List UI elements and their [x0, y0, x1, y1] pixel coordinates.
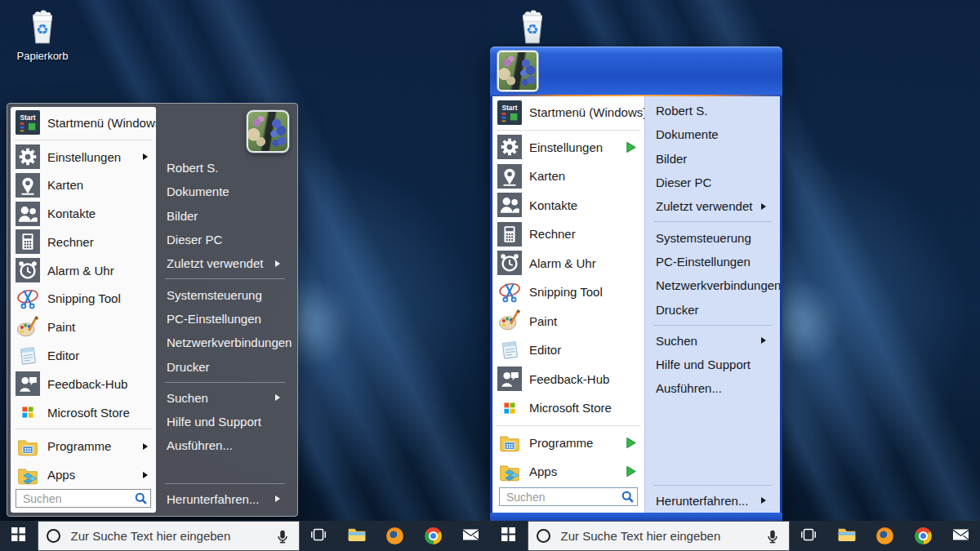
taskbar-search-box[interactable]: Zur Suche Text hier eingeben [38, 521, 300, 551]
chrome-button[interactable] [414, 521, 452, 551]
feedback-icon [497, 367, 522, 391]
menu-item-herunterfahren[interactable]: Herunterfahren... [645, 489, 780, 513]
menu-item-bilder[interactable]: Bilder [645, 147, 780, 171]
submenu-arrow-icon [143, 472, 148, 478]
chrome-button[interactable] [904, 521, 942, 551]
start-logo-icon: Start [16, 110, 40, 135]
menu-search-input[interactable] [23, 492, 131, 505]
separator [497, 130, 640, 131]
menu-item-label: Drucker [656, 303, 699, 317]
task-view-button[interactable] [300, 521, 338, 551]
menu-search-box [16, 489, 151, 508]
taskbar-search-box[interactable]: Zur Suche Text hier eingeben [528, 521, 790, 551]
menu-item-microsoft-store[interactable]: Microsoft Store [11, 398, 156, 427]
menu-item-dokumente[interactable]: Dokumente [645, 122, 780, 146]
start-menu-right-column: Robert S.DokumenteBilderDieser PCZuletzt… [156, 107, 294, 513]
menu-item-paint[interactable]: Paint [11, 313, 156, 341]
menu-item-label: Kontakte [529, 198, 577, 212]
menu-item-dieser-pc[interactable]: Dieser PC [156, 228, 294, 251]
menu-item-rechner[interactable]: Rechner [492, 220, 644, 249]
menu-item-user-name[interactable]: Robert S. [156, 156, 294, 180]
recycle-bin-label: Papierkorb [7, 50, 78, 62]
menu-item-hilfe-und-support[interactable]: Hilfe und Support [156, 410, 294, 433]
menu-item-herunterfahren[interactable]: Herunterfahren... [156, 487, 294, 511]
submenu-arrow-icon [761, 203, 766, 210]
menu-item-kontakte[interactable]: Kontakte [11, 199, 156, 228]
menu-item-karten[interactable]: Karten [492, 162, 644, 191]
menu-search-input[interactable] [506, 491, 617, 504]
menu-item-netzwerkverbindungen[interactable]: Netzwerkverbindungen [156, 331, 294, 354]
menu-item-microsoft-store[interactable]: Microsoft Store [492, 393, 644, 423]
menu-item-snipping-tool[interactable]: Snipping Tool [492, 278, 644, 307]
user-picture[interactable] [247, 110, 289, 153]
separator [15, 429, 152, 429]
menu-item-apps[interactable]: Apps [11, 460, 156, 489]
menu-item-ausfuehren[interactable]: Ausführen... [645, 376, 780, 400]
menu-item-dieser-pc[interactable]: Dieser PC [645, 171, 780, 194]
menu-item-programme[interactable]: Programme [11, 432, 156, 460]
submenu-arrow-icon [761, 337, 766, 344]
folder-apps-icon [497, 460, 522, 484]
microphone-icon[interactable] [274, 528, 291, 544]
menu-item-einstellungen[interactable]: Einstellungen [11, 143, 156, 171]
search-icon[interactable] [621, 490, 635, 504]
menu-item-alarm-uhr[interactable]: Alarm & Uhr [492, 249, 644, 278]
menu-item-hilfe-und-support[interactable]: Hilfe und Support [645, 353, 780, 376]
menu-item-startmenu-windows[interactable]: StartStartmenü (Windows) [492, 98, 644, 127]
menu-item-alarm-uhr[interactable]: Alarm & Uhr [11, 256, 156, 285]
menu-item-editor[interactable]: Editor [492, 335, 644, 365]
menu-item-systemsteuerung[interactable]: Systemsteuerung [156, 282, 294, 306]
windows-logo-icon [501, 527, 515, 544]
menu-item-netzwerkverbindungen[interactable]: Netzwerkverbindungen [645, 273, 780, 297]
menu-item-bilder[interactable]: Bilder [156, 204, 294, 228]
menu-item-programme[interactable]: Programme [492, 429, 644, 458]
recycle-bin-shortcut-2[interactable]: ♻ [497, 8, 568, 49]
menu-item-apps[interactable]: Apps [492, 457, 644, 487]
microphone-icon[interactable] [764, 528, 781, 544]
recycle-bin-shortcut[interactable]: ♻ Papierkorb [7, 8, 78, 62]
menu-item-karten[interactable]: Karten [11, 171, 156, 200]
task-view-button[interactable] [790, 521, 828, 551]
chrome-icon [425, 527, 442, 544]
menu-item-label: Karten [47, 178, 83, 192]
menu-item-pc-einstellungen[interactable]: PC-Einstellungen [156, 307, 294, 331]
menu-item-suchen[interactable]: Suchen [156, 386, 294, 410]
start-logo-icon: Start [497, 100, 522, 125]
firefox-button[interactable] [866, 521, 904, 551]
menu-item-ausfuehren[interactable]: Ausführen... [156, 433, 294, 457]
mail-button[interactable] [942, 521, 980, 551]
menu-item-feedback-hub[interactable]: Feedback-Hub [11, 370, 156, 398]
file-explorer-button[interactable] [828, 521, 866, 551]
menu-item-rechner[interactable]: Rechner [11, 228, 156, 256]
menu-item-label: Herunterfahren... [656, 494, 748, 508]
menu-item-startmenu-windows[interactable]: StartStartmenü (Windows) [11, 109, 156, 137]
menu-item-feedback-hub[interactable]: Feedback-Hub [492, 365, 644, 394]
mail-button[interactable] [452, 521, 490, 551]
menu-item-dokumente[interactable]: Dokumente [156, 180, 294, 203]
menu-item-user-name[interactable]: Robert S. [645, 99, 780, 122]
menu-item-pc-einstellungen[interactable]: PC-Einstellungen [645, 250, 780, 273]
start-button[interactable] [490, 521, 528, 551]
menu-item-paint[interactable]: Paint [492, 307, 644, 336]
menu-item-label: Hilfe und Support [656, 358, 751, 371]
menu-item-label: Drucker [167, 360, 210, 374]
map-pin-icon [497, 164, 522, 189]
menu-item-kontakte[interactable]: Kontakte [492, 191, 644, 220]
menu-item-drucker[interactable]: Drucker [156, 354, 294, 378]
search-icon[interactable] [134, 491, 148, 505]
file-explorer-button[interactable] [338, 521, 376, 551]
user-picture[interactable] [497, 51, 538, 91]
menu-item-editor[interactable]: Editor [11, 341, 156, 370]
submenu-arrow-icon [143, 153, 148, 160]
menu-item-drucker[interactable]: Drucker [645, 297, 780, 321]
menu-item-zuletzt-verwendet[interactable]: Zuletzt verwendet [645, 194, 780, 218]
menu-item-systemsteuerung[interactable]: Systemsteuerung [645, 225, 780, 249]
gear-icon [16, 144, 40, 169]
menu-item-zuletzt-verwendet[interactable]: Zuletzt verwendet [156, 251, 294, 275]
firefox-button[interactable] [376, 521, 414, 551]
menu-item-label: Systemsteuerung [656, 231, 751, 245]
start-button[interactable] [0, 521, 38, 551]
menu-item-einstellungen[interactable]: Einstellungen [492, 133, 644, 162]
menu-item-suchen[interactable]: Suchen [645, 329, 780, 353]
menu-item-snipping-tool[interactable]: Snipping Tool [11, 285, 156, 313]
